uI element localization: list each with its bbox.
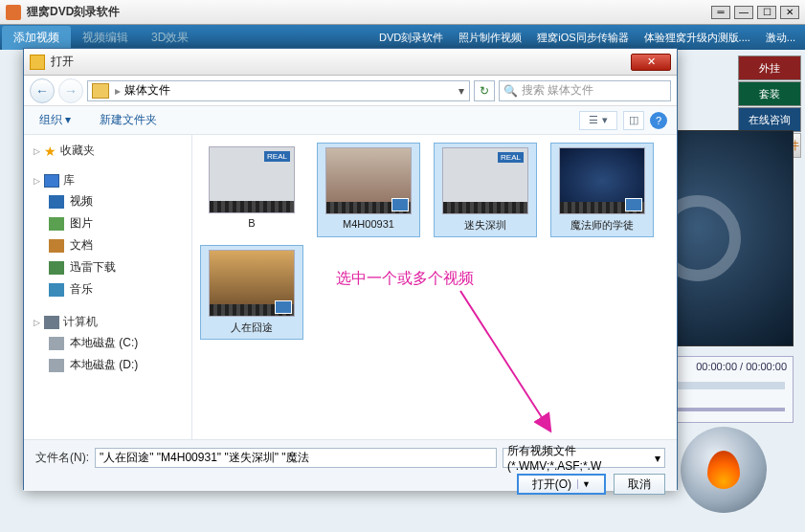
filename-input[interactable] <box>95 448 497 468</box>
dialog-titlebar: 打开 ✕ <box>24 49 677 76</box>
library-icon <box>44 174 59 188</box>
menubar: 添加视频 视频编辑 3D效果 DVD刻录软件 照片制作视频 狸窝iOS同步传输器… <box>0 25 805 50</box>
filetype-filter[interactable]: 所有视频文件(*.WMV;*.ASF;*.W▾ <box>503 448 665 468</box>
annotation-text: 选中一个或多个视频 <box>336 269 474 289</box>
file-item[interactable]: ✓ 魔法师的学徒 <box>550 143 654 237</box>
view-mode-button[interactable]: ☰ ▾ <box>579 111 617 130</box>
file-list: REAL B ✓ M4H00931 ✓ REAL 迷失深圳 ✓ 魔法师的学徒 ✓ <box>192 135 677 439</box>
dialog-sidebar: ▷★收藏夹 ▷库 视频 图片 文档 迅雷下载 音乐 ▷计算机 本地磁盘 (C:)… <box>24 135 192 439</box>
computer-icon <box>44 316 59 329</box>
file-open-dialog: 打开 ✕ ← → ▸ 媒体文件 ▾ ↻ 🔍 搜索 媒体文件 组织 ▾ 新建文件夹… <box>23 48 678 490</box>
side-plugin[interactable]: 外挂 <box>738 55 801 80</box>
side-consult[interactable]: 在线咨询 <box>738 107 801 132</box>
sb-downloads[interactable]: 迅雷下载 <box>34 256 182 278</box>
file-item[interactable]: ✓ M4H00931 <box>317 143 420 237</box>
open-button[interactable]: 打开(O)▼ <box>517 474 606 495</box>
maximize-button[interactable]: ☐ <box>757 6 776 19</box>
search-placeholder: 搜索 媒体文件 <box>522 82 593 99</box>
app-titlebar: 狸窝DVD刻录软件 ═ — ☐ ✕ <box>0 0 805 25</box>
organize-menu[interactable]: 组织 ▾ <box>34 110 77 130</box>
search-input[interactable]: 🔍 搜索 媒体文件 <box>499 80 671 101</box>
file-thumb <box>325 147 412 214</box>
dialog-close-button[interactable]: ✕ <box>631 54 671 71</box>
win-extra-button[interactable]: ═ <box>711 6 730 19</box>
address-bar[interactable]: ▸ 媒体文件 ▾ <box>87 80 470 101</box>
sb-videos[interactable]: 视频 <box>34 190 182 212</box>
download-icon <box>49 261 64 275</box>
music-icon <box>49 283 64 297</box>
flame-icon <box>707 451 740 489</box>
refresh-button[interactable]: ↻ <box>474 80 495 101</box>
file-item[interactable]: REAL B <box>200 143 303 237</box>
file-thumb <box>559 147 645 214</box>
dialog-toolbar: 组织 ▾ 新建文件夹 ☰ ▾ ◫ ? <box>24 106 677 135</box>
link-upgrade[interactable]: 体验狸窝升级内测版.... <box>637 31 758 45</box>
tab-3d[interactable]: 3D效果 <box>140 26 200 50</box>
sb-docs[interactable]: 文档 <box>34 234 182 256</box>
help-button[interactable]: ? <box>650 112 667 129</box>
side-bundle[interactable]: 套装 <box>738 81 801 106</box>
app-logo-icon <box>6 5 21 20</box>
star-icon: ★ <box>44 144 56 159</box>
link-ios[interactable]: 狸窝iOS同步传输器 <box>529 31 636 45</box>
tab-add-video[interactable]: 添加视频 <box>2 26 71 50</box>
file-thumb: REAL <box>442 147 528 214</box>
link-photo[interactable]: 照片制作视频 <box>451 31 529 45</box>
sb-disk-d[interactable]: 本地磁盘 (D:) <box>34 354 182 376</box>
picture-icon <box>49 217 64 231</box>
video-icon <box>49 195 64 209</box>
nav-back-button[interactable]: ← <box>30 78 55 103</box>
annotation-arrow-icon <box>451 286 566 439</box>
folder-icon <box>92 83 109 99</box>
disk-icon <box>49 337 64 350</box>
nav-fwd-button[interactable]: → <box>58 78 83 103</box>
tab-video-edit[interactable]: 视频编辑 <box>71 26 140 50</box>
link-dvd[interactable]: DVD刻录软件 <box>371 31 451 45</box>
file-thumb: REAL <box>209 146 295 213</box>
sb-favorites[interactable]: ▷★收藏夹 <box>34 143 182 159</box>
dialog-footer: 文件名(N): 所有视频文件(*.WMV;*.ASF;*.W▾ 打开(O)▼ 取… <box>24 439 677 491</box>
search-icon: 🔍 <box>503 84 518 98</box>
cancel-button[interactable]: 取消 <box>614 474 665 495</box>
file-thumb <box>209 250 295 317</box>
minimize-button[interactable]: — <box>734 6 753 19</box>
window-buttons: ═ — ☐ ✕ <box>711 6 799 19</box>
file-item[interactable]: ✓ REAL 迷失深圳 <box>434 143 537 237</box>
svg-line-0 <box>460 291 547 425</box>
sb-computer[interactable]: ▷计算机 <box>34 314 182 330</box>
preview-pane-button[interactable]: ◫ <box>623 111 644 130</box>
app-title: 狸窝DVD刻录软件 <box>27 4 711 20</box>
document-icon <box>49 239 64 253</box>
file-item[interactable]: ✓ 人在囧途 <box>200 245 303 340</box>
dialog-icon <box>30 55 45 70</box>
close-button[interactable]: ✕ <box>780 6 799 19</box>
disk-icon <box>49 359 64 372</box>
sb-music[interactable]: 音乐 <box>34 278 182 300</box>
new-folder-button[interactable]: 新建文件夹 <box>94 110 163 130</box>
sb-pictures[interactable]: 图片 <box>34 212 182 234</box>
dialog-title: 打开 <box>51 54 631 70</box>
filename-label: 文件名(N): <box>35 450 89 466</box>
sb-disk-c[interactable]: 本地磁盘 (C:) <box>34 332 182 354</box>
sb-libraries[interactable]: ▷库 <box>34 172 182 188</box>
burn-button[interactable] <box>681 427 767 513</box>
address-path: 媒体文件 <box>123 82 172 99</box>
link-activate[interactable]: 激动... <box>758 31 803 45</box>
dialog-navbar: ← → ▸ 媒体文件 ▾ ↻ 🔍 搜索 媒体文件 <box>24 76 677 106</box>
